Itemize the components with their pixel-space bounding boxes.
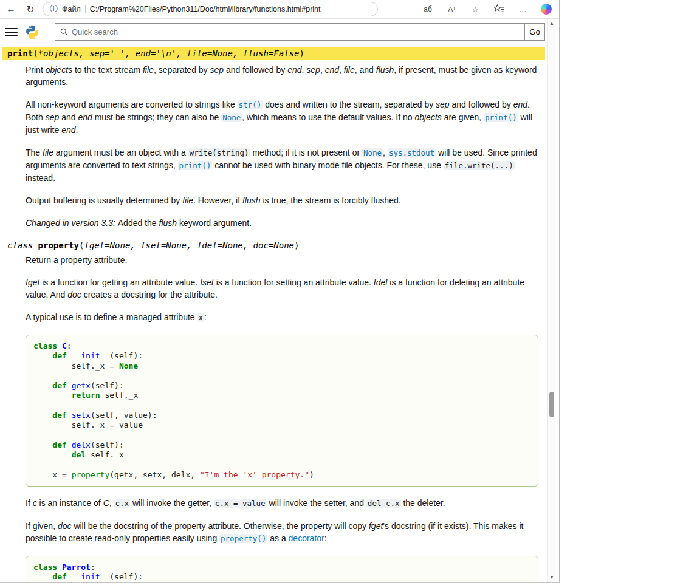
address-divider (85, 5, 86, 13)
text-segment: : (67, 341, 72, 350)
text-segment: is true, the stream is forcibly flushed. (261, 196, 401, 205)
text-segment: objects (414, 112, 441, 122)
code-line: self._x = value (33, 420, 530, 430)
address-bar[interactable]: ⓘ Файл C:/Program%20Files/Python311/Doc/… (43, 2, 378, 16)
inline-link[interactable]: None (362, 148, 383, 157)
text-segment: None (119, 361, 138, 371)
inline-link[interactable]: decorator (289, 533, 324, 543)
text-segment: , (383, 148, 388, 157)
code-line (33, 431, 530, 440)
text-segment (33, 450, 72, 459)
refresh-button[interactable]: ↻ (23, 2, 38, 16)
text-segment: ) (299, 49, 304, 58)
url-text[interactable]: C:/Program%20Files/Python311/Doc/html/li… (90, 5, 321, 13)
copilot-logo (541, 4, 552, 15)
text-segment: x (33, 470, 62, 479)
inline-link[interactable]: str() (238, 100, 263, 109)
text-segment: (self, value): (91, 411, 157, 420)
text-segment: *objects, sep=' ', end='\n', file=None, … (38, 49, 300, 58)
inline-link[interactable]: print() (484, 113, 518, 122)
text-segment: sep (210, 65, 224, 75)
text-segment: Parrot (62, 562, 91, 572)
text-segment: argument must be an object with a (53, 148, 188, 157)
text-segment: del (72, 450, 86, 459)
search-go-button[interactable]: Go (524, 23, 545, 41)
text-segment: value (114, 420, 143, 429)
code-line: class Parrot: (33, 562, 530, 572)
text-segment: is a function for setting an attribute v… (214, 278, 374, 287)
text-segment: fget (26, 278, 39, 287)
scroll-down-arrow[interactable]: ▼ (548, 573, 555, 581)
text-segment: sep (436, 100, 450, 109)
search-box[interactable] (55, 23, 525, 41)
code-line: def __init__(self): (33, 351, 530, 361)
python-logo[interactable] (24, 24, 40, 40)
text-segment (57, 562, 62, 572)
text-segment: def (52, 572, 66, 581)
text-segment: write(string) (188, 148, 250, 157)
text-segment: (self): (109, 351, 143, 360)
text-segment: c.x = value (214, 499, 267, 508)
code-line (33, 371, 530, 381)
paragraph: If given, doc will be the docstring of t… (26, 520, 538, 545)
read-aloud-icon[interactable]: A⁾ (445, 2, 458, 16)
back-button[interactable]: ← (4, 2, 18, 16)
text-segment: to the text stream (72, 65, 143, 75)
text-segment: end (61, 125, 75, 135)
text-segment: does and written to the stream, separate… (262, 100, 436, 109)
text-segment: doc (58, 521, 72, 531)
text-segment: c.x (114, 499, 131, 508)
text-segment: c (33, 498, 37, 508)
menu-icon[interactable] (5, 28, 18, 36)
property-signature: class property(fget=None, fset=None, fde… (7, 241, 547, 250)
paragraph: Print objects to the text stream file, s… (26, 64, 538, 88)
text-segment: . (75, 125, 78, 135)
text-segment: are given, (442, 112, 484, 122)
search-input[interactable] (72, 27, 520, 36)
inline-link[interactable]: print() (178, 161, 213, 170)
text-segment: file (344, 65, 355, 75)
text-segment: Added the (118, 218, 159, 228)
code-example-property-class-c: class C: def __init__(self): self._x = N… (26, 335, 538, 487)
text-segment: file (43, 148, 53, 157)
python-logo-icon (24, 24, 40, 40)
text-segment: end (325, 65, 339, 75)
text-segment: creates a docstring for the attribute. (81, 290, 218, 299)
text-segment (67, 381, 72, 390)
inline-link[interactable]: property() (219, 534, 267, 543)
info-icon[interactable]: ⓘ (50, 4, 58, 15)
scroll-up-arrow[interactable]: ▲ (548, 19, 555, 27)
favorites-hub-icon[interactable] (492, 2, 506, 16)
text-segment (67, 351, 72, 360)
text-segment: file.write(...) (444, 161, 515, 170)
text-segment: __init__ (72, 572, 110, 581)
text-segment: C (62, 341, 67, 350)
text-segment: = (109, 420, 114, 429)
paragraph: fget is a function for getting an attrib… (26, 276, 538, 301)
file-scheme-label: Файл (62, 5, 81, 13)
doc-page: Go print(*objects, sep=' ', end='\n', fi… (0, 19, 547, 583)
inline-link[interactable]: None (221, 113, 242, 122)
text-segment: class (33, 562, 57, 572)
text-segment: Output buffering is usually determined b… (26, 196, 182, 205)
favorites-star-icon[interactable]: ☆ (468, 2, 482, 16)
inline-link[interactable]: sys.stdout (388, 148, 436, 157)
page-scrollbar[interactable]: ▲ ▼ (547, 19, 555, 583)
print-description: Print objects to the text stream file, s… (26, 64, 538, 229)
text-segment (33, 381, 52, 390)
text-segment: , (320, 65, 325, 75)
code-line: self._x = None (33, 361, 530, 371)
paragraph: If c is an instance of C, c.x will invok… (26, 497, 538, 510)
scrollbar-thumb[interactable] (549, 392, 554, 417)
text-segment: C (103, 498, 109, 508)
text-segment: keyword argument. (177, 218, 252, 228)
text-segment: the deleter. (401, 498, 445, 508)
version-changed-note: Changed in version 3.3: Added the flush … (26, 217, 538, 229)
paragraph: Return a property attribute. (26, 254, 538, 266)
settings-more-icon[interactable]: … (516, 2, 529, 16)
translate-icon[interactable]: аб (421, 2, 434, 16)
copilot-icon[interactable] (540, 2, 553, 16)
text-segment: del c.x (366, 499, 401, 508)
text-segment: is an instance of (37, 498, 103, 508)
paragraph: Output buffering is usually determined b… (26, 194, 538, 207)
